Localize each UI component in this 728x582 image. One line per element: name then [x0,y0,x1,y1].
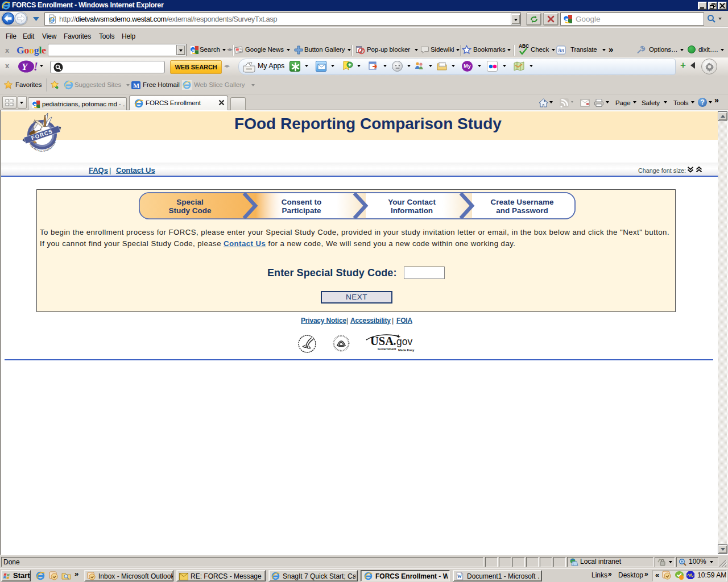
svg-text:and Password: and Password [496,206,548,215]
svg-text:Create Username: Create Username [490,198,554,206]
svg-text:!: ! [34,60,38,73]
svg-text:Study Code: Study Code [168,206,211,215]
svg-text:M: M [133,82,139,90]
svg-text:Your Contact: Your Contact [388,198,436,206]
svg-text:Participate: Participate [282,206,321,215]
svg-text:Information: Information [391,206,433,215]
svg-text:Made Easy: Made Easy [398,348,415,352]
svg-text:Government: Government [378,347,396,351]
svg-text:Y: Y [22,61,28,72]
svg-text:gov: gov [396,336,412,347]
svg-text:W: W [457,573,462,579]
svg-text:Consent to: Consent to [282,198,322,206]
svg-text:Special: Special [176,198,203,206]
svg-text:âa: âa [558,47,564,53]
